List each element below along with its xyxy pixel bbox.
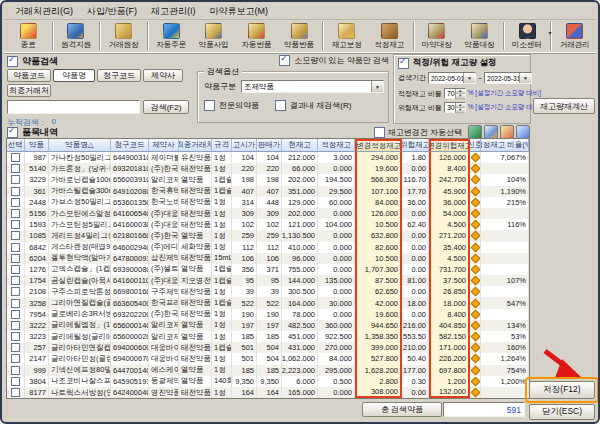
column-header-vendor[interactable]: 최종거래처 [179,139,212,152]
column-header-risk[interactable]: 위험재고 [402,139,429,152]
excel-icon[interactable] [468,125,482,139]
column-header-opt[interactable]: 적정재고 [318,139,355,152]
cell-sel[interactable] [7,197,25,208]
table-row[interactable]: 3223글리메틸정(글리메피리656000020알리코제약열약품1정185185… [7,331,529,342]
table-row[interactable]: 6842게스타렌정(매엽95제티646002940(주)메디카세화약품1정112… [7,242,529,253]
date-to-select[interactable]: 2022-05-31 ▼ [484,72,532,84]
cell-sel[interactable] [7,264,25,275]
table-row[interactable]: 8177나트릭스서방정(인다파642400040영진약품(태전약품1정16416… [7,387,529,398]
toolbar-button-exit[interactable]: 종료 [7,20,50,53]
cell-sel[interactable] [7,219,25,230]
table-row[interactable]: 2108구주스피로닥톤정(스피669800160구주제약(태전약품1정39393… [7,286,529,297]
date-from-select[interactable]: 2022-05-01 ▼ [428,72,476,84]
column-header-code[interactable]: 약품 [25,139,49,152]
row-checkbox[interactable] [11,332,20,341]
column-header-sale[interactable]: 판매가 [257,139,282,152]
table-row[interactable]: 5156가스모틴에스알정(모사641606540(주)대웅제태전약품1정3093… [7,208,529,219]
cell-sel[interactable] [7,365,25,376]
cell-sel[interactable] [7,208,25,219]
table-row[interactable]: 1085게리드정4밀리그램(글리621801660(주)한국피열약품1정2592… [7,230,529,241]
table-row[interactable]: 999기넥신에프정80밀리그램644700140에스케이케열약품1정185185… [7,365,529,376]
toolbar-button-ledger[interactable]: 거래원장 [102,20,145,53]
row-checkbox[interactable] [11,366,20,375]
cell-sel[interactable] [7,309,25,320]
toolbar-button-remote[interactable]: 원격지원 [55,20,98,53]
toolbar-button-optstock[interactable]: 적정재고 [368,20,411,53]
column-header-nopt[interactable]: 변경적정재고 [355,139,402,152]
column-header-name[interactable]: 약품명△ [49,139,111,152]
row-checkbox[interactable] [11,310,20,319]
optimal-ratio-spinner[interactable]: 70 ▲▼ [444,88,466,99]
row-checkbox[interactable] [11,287,20,296]
column-header-claim[interactable]: 청구코드 [111,139,149,152]
table-row[interactable]: 3222글리메릴엠정」(1정)656000140알리코제약열약품1정197197… [7,320,529,331]
cell-sel[interactable] [7,230,25,241]
table-row[interactable]: 6204겔투현탁액(알마게이트647800091삼진제약(태전약품15mL/포1… [7,253,529,264]
menu-purchase-return[interactable]: 사입/반품(F) [80,5,144,18]
spinner-arrows-icon[interactable]: ▲▼ [455,103,465,113]
row-checkbox[interactable] [11,377,20,386]
row-checkbox[interactable] [11,265,20,274]
cell-sel[interactable] [7,174,25,185]
stock-settings-checkbox[interactable] [398,58,409,69]
dropdown-arrow-icon[interactable]: ▾ [548,29,551,36]
toolbar-button-purchase[interactable]: 약품사입 [192,20,235,53]
filter-drug-name-button[interactable]: 약품명 [53,69,95,82]
export-icon[interactable] [516,125,530,139]
cell-sel[interactable] [7,331,25,342]
item-list-checkbox[interactable] [7,127,18,138]
filter-drug-code-button[interactable]: 약품코드 [7,69,51,82]
table-row[interactable]: 1754곰실린캡슐(아목시실린641600110(주)대웅제지오영전주지점1캡슐… [7,275,529,286]
cell-sel[interactable] [7,253,25,264]
table-row[interactable]: 5140가드론정」(당귀·목과693201810(주)한국피태전약품1정2202… [7,163,529,174]
table-row[interactable]: 257글리아타민연질캡슐(콜694000600대웅바이오태전약품1캡슐50150… [7,342,529,353]
cell-sel[interactable] [7,275,25,286]
row-checkbox[interactable] [11,343,20,352]
search-button[interactable]: 검색(F2) [143,100,189,114]
table-row[interactable]: 3229가바로닌캡슐100mg(가바656003910알리코제약열약품1캡슐19… [7,174,529,185]
cell-sel[interactable] [7,186,25,197]
filter-maker-button[interactable]: 제약사 [143,69,183,82]
row-checkbox[interactable] [11,153,20,162]
chevron-down-icon[interactable]: ▼ [371,81,383,92]
spinner-arrows-icon[interactable]: ▲▼ [455,89,465,99]
toolbar-button-stockfix[interactable]: 재고보정 [325,20,368,53]
row-checkbox[interactable] [11,231,20,240]
cell-sel[interactable] [7,286,25,297]
toolbar-button-druglist[interactable]: 약품대장 [458,20,501,53]
toolbar-button-autoreturn[interactable]: 자동반품 [235,20,278,53]
column-header-unit[interactable]: 규격 [212,139,232,152]
drug-type-select[interactable]: 조제약품 ▼ [241,80,384,93]
row-checkbox[interactable] [11,388,20,397]
table-row[interactable]: 3258그리아연질캡슐(콜린알663605400한국프라임태전약품1캡슐5225… [7,297,529,308]
row-checkbox[interactable] [11,209,20,218]
menu-customer[interactable]: 거래처관리(G) [8,5,80,18]
row-checkbox[interactable] [11,254,20,263]
cell-sel[interactable] [7,342,25,353]
table-row[interactable]: 987가나칸정50밀리그램(미644900310제이더블유유진약품1정10410… [7,152,529,163]
menu-narcotic-report[interactable]: 마약류보고(M) [203,5,276,18]
risk-ratio-spinner[interactable]: 30 ▲▼ [444,102,466,113]
chevron-down-icon[interactable]: ▼ [519,73,531,83]
column-header-signal[interactable]: 신호 [470,139,481,152]
chevron-down-icon[interactable]: ▼ [463,73,475,83]
row-checkbox[interactable] [11,164,20,173]
table-row[interactable]: 1276고덱스캡슐」(1캡슐)693900080(주)셀트리열약품1캡슐3563… [7,264,529,275]
column-header-stock[interactable]: 현재고 [282,139,318,152]
cell-sel[interactable] [7,163,25,174]
toolbar-button-autoorder[interactable]: 자동주문 [150,20,193,53]
cell-sel[interactable] [7,320,25,331]
table-row[interactable]: 7954글로베리손3R서방정(에693202200(주)한국글태전약품1정190… [7,309,529,320]
row-checkbox[interactable] [11,175,20,184]
column-header-list[interactable]: 고시가 [232,139,257,152]
search-within-results-checkbox[interactable] [275,100,286,111]
row-checkbox[interactable] [11,187,20,196]
cell-sel[interactable] [7,387,25,398]
prescription-only-checkbox[interactable] [204,100,215,111]
row-checkbox[interactable] [11,321,20,330]
close-button[interactable]: 닫기(ESC) [529,404,595,420]
column-header-sel[interactable]: 선택 [7,139,25,152]
column-header-ratio[interactable]: 적정재고 비율(%) [481,139,529,152]
toolbar-button-trade[interactable]: 거래관리 [553,20,596,53]
row-checkbox[interactable] [11,276,20,285]
